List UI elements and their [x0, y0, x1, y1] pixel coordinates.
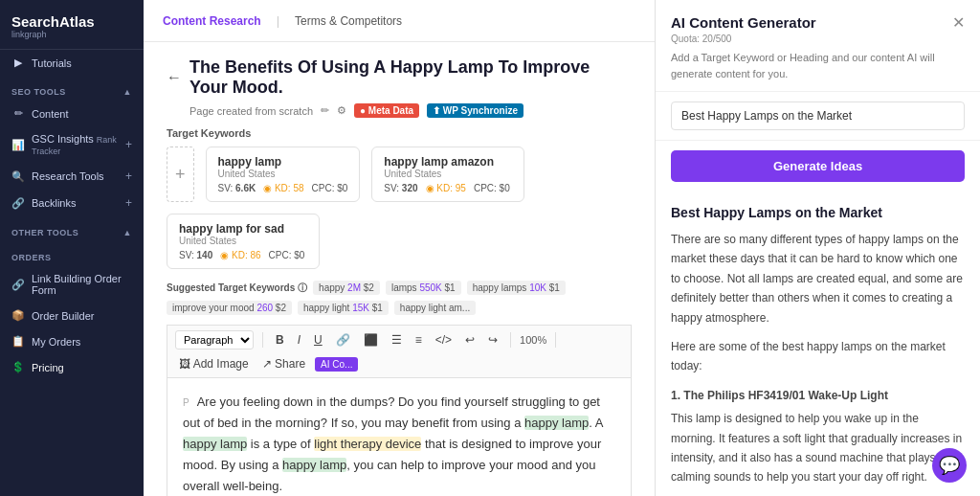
- zoom-level: 100%: [520, 334, 546, 346]
- keyword-location-0: United States: [218, 169, 348, 179]
- sidebar-item-label: Tutorials: [32, 57, 72, 69]
- toolbar-separator-1: [262, 332, 263, 348]
- cpc-label-2: CPC: $0: [269, 250, 305, 260]
- sidebar-item-backlinks[interactable]: 🔗 Backlinks +: [0, 190, 144, 216]
- sidebar-item-content[interactable]: ✏ Content: [0, 101, 144, 126]
- main-content: Content Research | Terms & Competitors ←…: [144, 0, 655, 496]
- close-button[interactable]: ✕: [952, 13, 965, 32]
- article-header: ← The Benefits Of Using A Happy Lamp To …: [167, 57, 632, 98]
- sidebar-item-order-builder[interactable]: 📦 Order Builder: [0, 303, 144, 328]
- logo-sub: linkgraph: [11, 30, 132, 39]
- sidebar-item-label: My Orders: [32, 336, 80, 348]
- wp-sync-badge[interactable]: ⬆ WP Synchronize: [427, 103, 523, 118]
- ai-output-list-intro: Here are some of the best happy lamps on…: [671, 337, 965, 376]
- topnav-terms-competitors[interactable]: Terms & Competitors: [295, 14, 402, 28]
- sidebar-item-label: Backlinks: [32, 197, 76, 209]
- unordered-list-button[interactable]: ☰: [388, 331, 406, 349]
- back-button[interactable]: ←: [167, 69, 182, 86]
- highlight-button[interactable]: ⬛: [360, 331, 382, 349]
- keyword-card-0: happy lamp United States SV: 6.6K ◉ KD: …: [206, 147, 361, 202]
- undo-button[interactable]: ↩: [461, 331, 479, 349]
- add-image-button[interactable]: 🖼 Add Image: [175, 355, 253, 372]
- my-orders-icon: 📋: [11, 335, 25, 348]
- cpc-label-0: CPC: $0: [312, 183, 348, 193]
- share-button[interactable]: ↗ Share: [258, 355, 309, 372]
- suggested-keywords-bar: Suggested Target Keywords ⓘ happy 2M $2 …: [167, 281, 632, 315]
- ai-panel: AI Content Generator ✕ Quota: 20/500 Add…: [655, 0, 980, 496]
- add-keyword-button[interactable]: +: [167, 147, 194, 202]
- kd-label-1: ◉ KD: 95: [426, 183, 466, 193]
- redo-button[interactable]: ↪: [484, 331, 501, 349]
- kd-label-0: ◉ KD: 58: [263, 183, 303, 193]
- sv-label-2: SV: 140: [179, 250, 212, 260]
- content-area: ← The Benefits Of Using A Happy Lamp To …: [144, 42, 655, 496]
- page-created-text: Page created from scratch: [189, 105, 313, 117]
- edit-icon[interactable]: ✏: [321, 104, 329, 117]
- gsc-icon: 📊: [11, 139, 25, 151]
- sug-tag-5[interactable]: happy light am...: [394, 301, 476, 315]
- sidebar-item-gsc-insights[interactable]: 📊 GSC Insights Rank Tracker +: [0, 126, 144, 163]
- sug-tag-3[interactable]: improve your mood 260 $2: [167, 301, 292, 315]
- sidebar-section-orders: ORDERS: [0, 241, 144, 266]
- order-builder-icon: 📦: [11, 309, 25, 322]
- editor-area[interactable]: P Are you feeling down in the dumps? Do …: [167, 377, 632, 496]
- sidebar-item-pricing[interactable]: 💲 Pricing: [0, 354, 144, 380]
- other-tools-label: OTHER TOOLS: [11, 228, 78, 237]
- keyword-stats-0: SV: 6.6K ◉ KD: 58 CPC: $0: [218, 183, 348, 193]
- sidebar-section-other-tools: OTHER TOOLS ▲: [0, 216, 144, 241]
- sidebar: SearchAtlas linkgraph ▶ Tutorials SEO TO…: [0, 0, 144, 496]
- ai-content-area: Best Happy Lamps on the Market There are…: [656, 192, 980, 496]
- topnav-content-research[interactable]: Content Research: [163, 14, 261, 28]
- keyword-location-2: United States: [179, 236, 307, 246]
- plus-icon: +: [125, 196, 132, 210]
- sug-tag-0[interactable]: happy 2M $2: [313, 281, 380, 295]
- bold-button[interactable]: B: [272, 331, 288, 349]
- editor-toolbar: Paragraph B I U 🔗 ⬛ ☰ ≡ </> ↩ ↪ 100% 🖼 A…: [167, 325, 632, 377]
- pricing-icon: 💲: [11, 361, 25, 373]
- paragraph-select[interactable]: Paragraph: [175, 330, 254, 349]
- sidebar-item-link-building[interactable]: 🔗 Link Building Order Form: [0, 266, 144, 303]
- keyword-card-1: happy lamp amazon United States SV: 320 …: [371, 147, 524, 202]
- tutorials-icon: ▶: [11, 56, 25, 69]
- code-button[interactable]: </>: [432, 331, 456, 349]
- keyword-name-2: happy lamp for sad: [179, 222, 307, 236]
- plus-icon: +: [125, 169, 132, 183]
- kd-label-2: ◉ KD: 86: [220, 250, 260, 260]
- ordered-list-button[interactable]: ≡: [412, 331, 426, 349]
- underline-button[interactable]: U: [310, 331, 326, 349]
- chevron-icon: ▲: [123, 87, 132, 97]
- keyword-location-1: United States: [384, 169, 512, 179]
- sidebar-item-research-tools[interactable]: 🔍 Research Tools +: [0, 163, 144, 190]
- generate-ideas-button[interactable]: Generate Ideas: [671, 150, 965, 182]
- sug-tag-4[interactable]: happy light 15K $1: [298, 301, 389, 315]
- sidebar-section-seo-tools: SEO TOOLS ▲: [0, 76, 144, 101]
- settings-icon[interactable]: ⚙: [337, 104, 346, 117]
- ai-keyword-input[interactable]: [671, 101, 965, 130]
- ai-panel-title-text: AI Content Generator: [671, 14, 816, 31]
- orders-label: ORDERS: [11, 253, 52, 262]
- toolbar-separator-2: [510, 332, 511, 348]
- sug-tag-1[interactable]: lamps 550K $1: [386, 281, 461, 295]
- link-building-icon: 🔗: [11, 279, 25, 291]
- ai-output-title: Best Happy Lamps on the Market: [671, 205, 965, 220]
- link-button[interactable]: 🔗: [332, 331, 354, 349]
- sug-tag-2[interactable]: happy lamps 10K $1: [467, 281, 566, 295]
- sidebar-item-my-orders[interactable]: 📋 My Orders: [0, 328, 144, 354]
- target-keywords-label: Target Keywords: [167, 127, 632, 139]
- meta-data-badge[interactable]: ● Meta Data: [354, 103, 419, 118]
- ai-input-row: [656, 92, 980, 141]
- ai-item-title-0: 1. The Philips HF3419/01 Wake-Up Light: [671, 386, 965, 405]
- cpc-label-1: CPC: $0: [474, 183, 510, 193]
- keyword-card-2: happy lamp for sad United States SV: 140…: [167, 214, 320, 269]
- italic-button[interactable]: I: [294, 331, 304, 349]
- ai-quota: Quota: 20/500: [671, 34, 965, 44]
- ai-item-desc-0: This lamp is designed to help you wake u…: [671, 409, 965, 487]
- keyword-name-0: happy lamp: [218, 155, 348, 169]
- ai-co-badge[interactable]: AI Co...: [315, 357, 358, 372]
- chat-icon: 💬: [939, 455, 960, 476]
- ai-desc: Add a Target Keyword or Heading and our …: [671, 50, 965, 81]
- seo-tools-label: SEO TOOLS: [11, 87, 66, 97]
- sidebar-item-tutorials[interactable]: ▶ Tutorials: [0, 50, 144, 76]
- logo: SearchAtlas linkgraph: [0, 0, 144, 50]
- chat-bubble-button[interactable]: 💬: [932, 448, 967, 483]
